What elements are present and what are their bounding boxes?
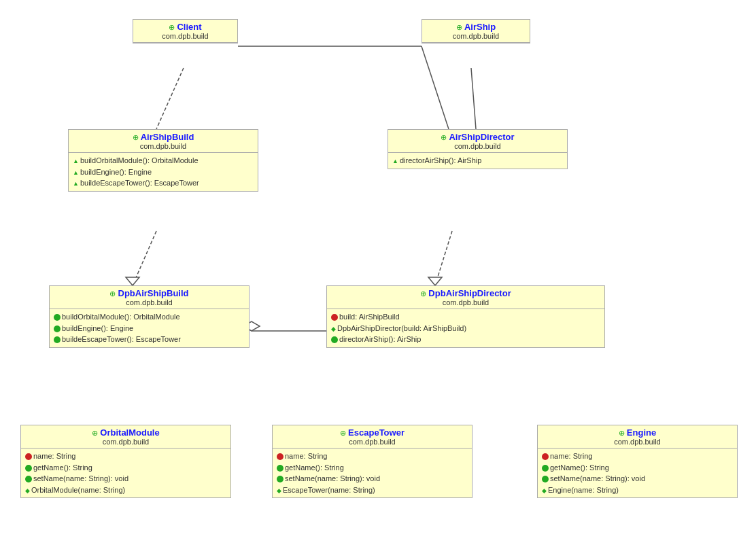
- client-header: ⊕ Client com.dpb.build: [133, 20, 237, 43]
- escapetower-m3: setName(name: String): void: [277, 473, 468, 485]
- dpbairshipdirector-m3: directorAirShip(): AirShip: [331, 334, 600, 345]
- red-icon-2: [25, 453, 32, 460]
- airshipbuild-m2: buildEngine(): Engine: [73, 166, 254, 178]
- escapetower-name: EscapeTower: [348, 427, 405, 438]
- airshipbuild-m3: buildeEscapeTower(): EscapeTower: [73, 177, 254, 189]
- airshipdirector-name: AirShipDirector: [449, 132, 514, 142]
- airshipdirector-header: ⊕ AirShipDirector com.dpb.build: [388, 130, 567, 153]
- escapetower-class: ⊕ EscapeTower com.dpb.build name: String…: [272, 425, 472, 498]
- orbitalmodule-stereotype: ⊕: [92, 429, 100, 437]
- airshipdirector-body: directorAirShip(): AirShip: [388, 153, 567, 169]
- airshipbuild-header: ⊕ AirShipBuild com.dpb.build: [69, 130, 258, 153]
- orbitalmodule-m3: setName(name: String): void: [25, 473, 226, 485]
- airshipbuild-stereotype: ⊕: [133, 133, 141, 141]
- dpbairshipdirector-name: DpbAirShipDirector: [428, 288, 511, 298]
- dpbairshipdirector-stereotype: ⊕: [420, 289, 428, 298]
- svg-line-3: [471, 68, 476, 129]
- green-icon-6: [25, 476, 32, 482]
- dpbairshipbuild-m2: buildEngine(): Engine: [54, 323, 245, 334]
- engine-name: Engine: [627, 427, 656, 438]
- engine-m4: ◆Engine(name: String): [542, 485, 733, 496]
- red-icon-1: [331, 314, 338, 321]
- airship-header: ⊕ AirShip com.dpb.build: [422, 20, 530, 43]
- airship-stereotype: ⊕: [456, 23, 464, 31]
- client-name: Client: [177, 22, 201, 32]
- green-icon-8: [277, 476, 284, 482]
- client-package: com.dpb.build: [137, 32, 233, 40]
- uml-diagram: ⊕ Client com.dpb.build ⊕ AirShip com.dpb…: [0, 0, 756, 545]
- engine-class: ⊕ Engine com.dpb.build name: String getN…: [537, 425, 738, 498]
- dpbairshipdirector-body: build: AirShipBuild ◆DpbAirShipDirector(…: [327, 309, 604, 347]
- dpbairshipbuild-header: ⊕ DpbAirShipBuild com.dpb.build: [50, 286, 249, 309]
- dpbairshipbuild-name: DpbAirShipBuild: [118, 288, 189, 298]
- green-icon-2: [54, 326, 61, 332]
- airshipdirector-stereotype: ⊕: [441, 133, 449, 141]
- airshipbuild-class: ⊕ AirShipBuild com.dpb.build buildOrbita…: [68, 129, 258, 192]
- red-icon-3: [277, 453, 284, 460]
- escapetower-m1: name: String: [277, 451, 468, 462]
- dpbairshipbuild-m1: buildOrbitalModule(): OrbitalModule: [54, 311, 245, 323]
- airshipdirector-package: com.dpb.build: [392, 142, 563, 150]
- orbitalmodule-class: ⊕ OrbitalModule com.dpb.build name: Stri…: [20, 425, 231, 498]
- green-icon-10: [542, 476, 549, 482]
- engine-m1: name: String: [542, 451, 733, 462]
- dpbairshipdirector-class: ⊕ DpbAirShipDirector com.dpb.build build…: [326, 285, 605, 348]
- airshipdirector-class: ⊕ AirShipDirector com.dpb.build director…: [388, 129, 568, 169]
- escapetower-header: ⊕ EscapeTower com.dpb.build: [273, 425, 472, 449]
- engine-header: ⊕ Engine com.dpb.build: [538, 425, 737, 449]
- engine-m3: setName(name: String): void: [542, 473, 733, 485]
- escapetower-stereotype: ⊕: [340, 429, 348, 437]
- escapetower-m2: getName(): String: [277, 462, 468, 474]
- engine-m2: getName(): String: [542, 462, 733, 474]
- airshipbuild-package: com.dpb.build: [73, 142, 254, 150]
- airshipbuild-name: AirShipBuild: [141, 132, 194, 142]
- dpbairshipbuild-stereotype: ⊕: [109, 289, 118, 298]
- airship-name: AirShip: [464, 22, 496, 32]
- engine-package: com.dpb.build: [542, 438, 733, 446]
- dpbairshipdirector-m1: build: AirShipBuild: [331, 311, 600, 323]
- orbitalmodule-name: OrbitalModule: [100, 427, 159, 438]
- client-stereotype: ⊕: [169, 23, 177, 31]
- airshipbuild-m1: buildOrbitalModule(): OrbitalModule: [73, 155, 254, 166]
- escapetower-package: com.dpb.build: [277, 438, 468, 446]
- svg-line-6: [435, 231, 452, 285]
- orbitalmodule-m2: getName(): String: [25, 462, 226, 474]
- escapetower-body: name: String getName(): String setName(n…: [273, 449, 472, 497]
- airshipdirector-m1: directorAirShip(): AirShip: [392, 155, 563, 166]
- orbitalmodule-package: com.dpb.build: [25, 438, 226, 446]
- client-class: ⊕ Client com.dpb.build: [133, 19, 238, 43]
- airshipbuild-body: buildOrbitalModule(): OrbitalModule buil…: [69, 153, 258, 191]
- orbitalmodule-header: ⊕ OrbitalModule com.dpb.build: [21, 425, 230, 449]
- svg-line-0: [156, 68, 184, 129]
- dpbairshipbuild-body: buildOrbitalModule(): OrbitalModule buil…: [50, 309, 249, 347]
- red-icon-4: [542, 453, 549, 460]
- green-icon-7: [277, 465, 284, 472]
- airship-package: com.dpb.build: [426, 32, 526, 40]
- dpbairshipbuild-class: ⊕ DpbAirShipBuild com.dpb.build buildOrb…: [49, 285, 250, 348]
- green-icon-4: [331, 336, 338, 343]
- dpbairshipdirector-header: ⊕ DpbAirShipDirector com.dpb.build: [327, 286, 604, 309]
- dpbairshipbuild-package: com.dpb.build: [54, 298, 245, 306]
- engine-stereotype: ⊕: [619, 429, 627, 437]
- engine-body: name: String getName(): String setName(n…: [538, 449, 737, 497]
- airship-class: ⊕ AirShip com.dpb.build: [422, 19, 530, 43]
- dpbairshipdirector-package: com.dpb.build: [331, 298, 600, 306]
- green-icon-3: [54, 336, 61, 343]
- svg-line-4: [133, 231, 156, 285]
- orbitalmodule-m1: name: String: [25, 451, 226, 462]
- orbitalmodule-body: name: String getName(): String setName(n…: [21, 449, 230, 497]
- svg-marker-7: [428, 277, 442, 285]
- dpbairshipbuild-m3: buildeEscapeTower(): EscapeTower: [54, 334, 245, 345]
- green-icon-9: [542, 465, 549, 472]
- green-icon-1: [54, 314, 61, 321]
- green-icon-5: [25, 465, 32, 472]
- dpbairshipdirector-m2: ◆DpbAirShipDirector(build: AirShipBuild): [331, 323, 600, 334]
- svg-line-2: [422, 46, 449, 129]
- svg-marker-5: [126, 277, 139, 285]
- escapetower-m4: ◆EscapeTower(name: String): [277, 485, 468, 496]
- orbitalmodule-m4: ◆OrbitalModule(name: String): [25, 485, 226, 496]
